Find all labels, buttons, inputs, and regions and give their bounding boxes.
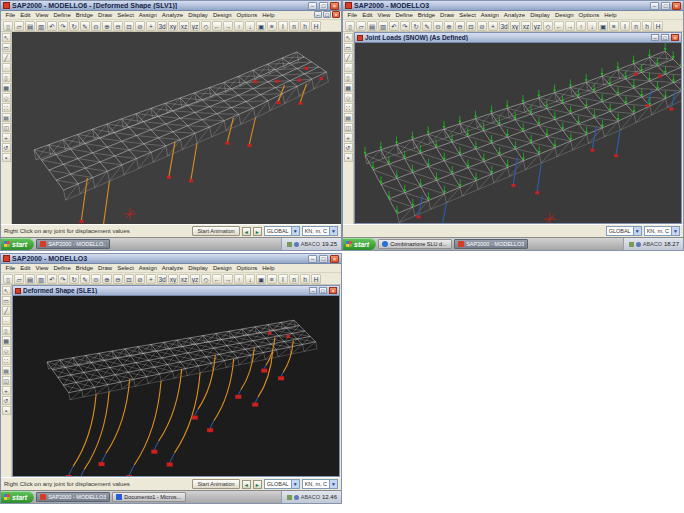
redo-icon[interactable]: ↷ xyxy=(58,21,68,31)
print-icon[interactable]: ▥ xyxy=(378,21,388,31)
refresh-window-icon[interactable]: ↻ xyxy=(69,21,79,31)
pan-icon[interactable]: + xyxy=(146,274,156,284)
reshape-icon[interactable]: ▭ xyxy=(344,43,353,52)
child-close-button[interactable]: × xyxy=(329,287,337,294)
save-icon[interactable]: ▤ xyxy=(367,21,377,31)
view-xz-icon[interactable]: xz xyxy=(521,21,531,31)
new-file-icon[interactable]: ▯ xyxy=(3,274,13,284)
coord-system-select[interactable]: GLOBAL▼ xyxy=(264,479,300,489)
misc-tool-icon[interactable]: ▪ xyxy=(2,406,11,415)
minimize-button[interactable]: – xyxy=(650,2,659,10)
refresh-window-icon[interactable]: ↻ xyxy=(69,274,79,284)
open-file-icon[interactable]: ▱ xyxy=(14,21,24,31)
model-viewport-deformed-sle1[interactable] xyxy=(13,296,339,476)
tray-volume-icon[interactable] xyxy=(294,242,299,247)
shrink-objects-icon[interactable]: ▣ xyxy=(256,274,266,284)
pan-icon[interactable]: + xyxy=(488,21,498,31)
zoom-previous-icon[interactable]: ⊘ xyxy=(135,21,145,31)
frame-n-icon[interactable]: n xyxy=(289,21,299,31)
menu-item[interactable]: File xyxy=(3,12,18,18)
i-section-icon[interactable]: I xyxy=(278,21,288,31)
save-icon[interactable]: ▤ xyxy=(25,274,35,284)
refresh-window-icon[interactable]: ↻ xyxy=(411,21,421,31)
intersect-icon[interactable]: ◫ xyxy=(344,123,353,132)
start-animation-button[interactable]: Start Animation xyxy=(192,226,239,236)
open-file-icon[interactable]: ▱ xyxy=(356,21,366,31)
menu-item[interactable]: Edit xyxy=(18,12,33,18)
menu-item[interactable]: View xyxy=(33,265,51,271)
menu-item[interactable]: Select xyxy=(115,265,137,271)
menu-item[interactable]: Bridge xyxy=(73,12,95,18)
open-file-icon[interactable]: ▱ xyxy=(14,274,24,284)
model-viewport-deformed-slv1[interactable] xyxy=(12,32,341,224)
rotate-icon[interactable]: ↺ xyxy=(2,143,11,152)
menu-item[interactable]: Edit xyxy=(18,265,33,271)
taskbar-item[interactable]: SAP2000 - MODELLO3 xyxy=(454,239,528,249)
menu-item[interactable]: Define xyxy=(393,12,415,18)
title-bar[interactable]: SAP2000 - MODELLO3 – □ × xyxy=(343,1,683,11)
frame-h-icon[interactable]: h xyxy=(642,21,652,31)
units-select[interactable]: KN, m, C▼ xyxy=(644,226,680,236)
reshape-icon[interactable]: ▭ xyxy=(2,296,11,305)
animation-prev-icon[interactable]: ◄ xyxy=(242,227,251,236)
pan-up-icon[interactable]: ↑ xyxy=(234,21,244,31)
rotate-icon[interactable]: ↺ xyxy=(2,396,11,405)
view-yz-icon[interactable]: yz xyxy=(532,21,542,31)
select-area-icon[interactable]: ▤ xyxy=(344,113,353,122)
poly-area-icon[interactable]: ◇ xyxy=(344,93,353,102)
draw-joint-icon[interactable]: · xyxy=(2,316,11,325)
coord-system-select[interactable]: GLOBAL▼ xyxy=(606,226,642,236)
menu-item[interactable]: Edit xyxy=(360,12,375,18)
draw-frame-icon[interactable]: ╱ xyxy=(2,53,11,62)
pan-up-icon[interactable]: ↑ xyxy=(576,21,586,31)
add-object-icon[interactable]: + xyxy=(2,133,11,142)
draw-icon[interactable]: ✎ xyxy=(80,21,90,31)
close-button[interactable]: × xyxy=(330,2,339,10)
view-xz-icon[interactable]: xz xyxy=(179,274,189,284)
view-3d-icon[interactable]: 3d xyxy=(157,21,167,31)
menu-item[interactable]: Select xyxy=(457,12,479,18)
taskbar-item[interactable]: Combinazione SLU d... xyxy=(378,239,452,249)
menu-item[interactable]: Options xyxy=(234,12,260,18)
start-button[interactable]: start xyxy=(1,491,34,503)
close-button[interactable]: × xyxy=(672,2,681,10)
frame-H-icon[interactable]: H xyxy=(311,21,321,31)
shrink-objects-icon[interactable]: ▣ xyxy=(598,21,608,31)
menu-item[interactable]: View xyxy=(375,12,393,18)
title-bar[interactable]: SAP2000 - MODELLO3 – □ × xyxy=(1,254,341,264)
redo-icon[interactable]: ↷ xyxy=(400,21,410,31)
menu-item[interactable]: Options xyxy=(576,12,602,18)
new-file-icon[interactable]: ▯ xyxy=(3,21,13,31)
mdi-close-button[interactable]: × xyxy=(332,11,340,18)
snap-grid-icon[interactable]: ∷ xyxy=(344,103,353,112)
display-options-icon[interactable]: ≡ xyxy=(609,21,619,31)
zoom-extents-icon[interactable]: ⊙ xyxy=(433,21,443,31)
view-xy-icon[interactable]: xy xyxy=(168,274,178,284)
start-button[interactable]: start xyxy=(1,238,34,250)
view-3d-icon[interactable]: 3d xyxy=(499,21,509,31)
new-file-icon[interactable]: ▯ xyxy=(345,21,355,31)
child-minimize-button[interactable]: – xyxy=(309,287,317,294)
menu-item[interactable]: Draw xyxy=(438,12,457,18)
rotate-icon[interactable]: ↺ xyxy=(344,143,353,152)
perspective-icon[interactable]: ◇ xyxy=(543,21,553,31)
menu-item[interactable]: View xyxy=(33,12,51,18)
quick-frame-icon[interactable]: ▯ xyxy=(344,73,353,82)
menu-item[interactable]: File xyxy=(3,265,18,271)
restore-button[interactable]: □ xyxy=(319,2,328,10)
tray-volume-icon[interactable] xyxy=(636,242,641,247)
zoom-in-icon[interactable]: ⊕ xyxy=(102,274,112,284)
menu-item[interactable]: Assign xyxy=(136,12,159,18)
shrink-objects-icon[interactable]: ▣ xyxy=(256,21,266,31)
menu-item[interactable]: File xyxy=(345,12,360,18)
menu-item[interactable]: Design xyxy=(210,265,234,271)
units-select[interactable]: KN, m, C▼ xyxy=(302,226,338,236)
print-icon[interactable]: ▥ xyxy=(36,21,46,31)
frame-n-icon[interactable]: n xyxy=(289,274,299,284)
reshape-icon[interactable]: ▭ xyxy=(2,43,11,52)
coord-system-select[interactable]: GLOBAL▼ xyxy=(264,226,300,236)
pan-right-icon[interactable]: → xyxy=(223,21,233,31)
frame-H-icon[interactable]: H xyxy=(653,21,663,31)
frame-h-icon[interactable]: h xyxy=(300,21,310,31)
pan-down-icon[interactable]: ↓ xyxy=(587,21,597,31)
